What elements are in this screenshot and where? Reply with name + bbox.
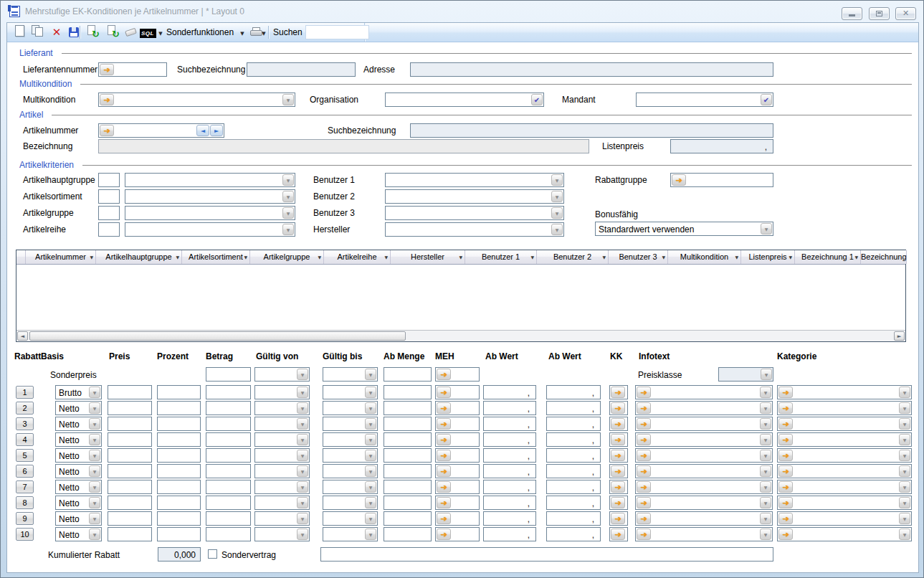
ab-wert-input[interactable]: , [483,511,536,526]
basis-select[interactable]: Netto▼ [55,464,102,478]
kriterium-combo[interactable]: ▼ [385,222,564,237]
kriterium-combo[interactable]: ▼ [125,222,295,237]
previous-record-button[interactable]: ◄ [196,125,209,136]
betrag-input[interactable] [206,432,251,447]
betrag-input[interactable] [206,527,251,541]
ab-menge-input[interactable] [384,417,432,431]
gueltig-von-combo[interactable]: ▼ [254,511,310,526]
kategorie-combo[interactable]: ➔▼ [777,511,912,526]
gueltig-bis-combo[interactable]: ▼ [323,496,378,510]
chevron-down-icon[interactable]: ▼ [551,174,563,186]
betrag-input[interactable] [206,417,251,431]
ab-menge-input[interactable] [384,480,432,494]
kriterium-combo[interactable]: ▼ [125,206,295,220]
ab-wert-input[interactable]: , [546,480,601,494]
kriterium-combo[interactable]: ▼ [125,189,295,204]
kk-button[interactable]: ➔ [609,417,628,431]
print-dropdown[interactable]: ▼ [259,25,268,40]
chevron-down-icon[interactable]: ▼ [297,434,308,445]
lookup-arrow-icon[interactable]: ➔ [611,387,625,398]
grid-column-header[interactable]: Benutzer 3▼ [609,250,668,264]
check-icon[interactable]: ✔ [761,94,772,105]
ab-menge-input[interactable] [384,511,432,526]
row-number-button[interactable]: 1 [16,386,34,399]
chevron-down-icon[interactable]: ▼ [899,481,910,493]
chevron-down-icon[interactable]: ▼ [297,513,308,524]
close-button[interactable]: ✕ [895,7,916,20]
kategorie-combo[interactable]: ➔▼ [777,464,912,478]
kk-button[interactable]: ➔ [609,511,628,526]
lookup-arrow-icon[interactable]: ➔ [778,402,793,414]
refresh-all-button[interactable]: ↻ [104,25,121,40]
chevron-down-icon[interactable]: ▼ [760,497,771,508]
chevron-down-icon[interactable]: ▼ [602,250,606,264]
kategorie-combo[interactable]: ➔▼ [777,432,912,447]
ab-menge-input[interactable] [384,385,432,399]
footer-text-input[interactable] [320,547,773,562]
chevron-down-icon[interactable]: ▼ [789,250,792,264]
chevron-down-icon[interactable]: ▼ [365,497,376,508]
sondervertrag-checkbox[interactable] [208,549,217,559]
lookup-arrow-icon[interactable]: ➔ [637,434,651,445]
chevron-down-icon[interactable]: ▼ [365,529,376,540]
row-number-button[interactable]: 10 [16,528,34,541]
prozent-input[interactable] [157,511,201,526]
lookup-arrow-icon[interactable]: ➔ [611,450,625,461]
lookup-arrow-icon[interactable]: ➔ [437,402,451,414]
chevron-down-icon[interactable]: ▼ [297,369,308,380]
kk-button[interactable]: ➔ [609,464,628,478]
grid-column-header[interactable]: Benutzer 2▼ [537,250,609,264]
row-number-button[interactable]: 6 [16,465,34,478]
row-number-button[interactable]: 9 [16,512,34,525]
grid-column-header[interactable]: Bezeichnung [861,250,907,264]
lookup-arrow-icon[interactable]: ➔ [778,434,793,445]
kategorie-combo[interactable]: ➔▼ [777,401,912,415]
row-number-button[interactable]: 7 [16,480,34,493]
check-icon[interactable]: ✔ [531,94,543,105]
lookup-arrow-icon[interactable]: ➔ [611,418,625,430]
chevron-down-icon[interactable]: ▼ [365,369,376,380]
chevron-down-icon[interactable]: ▼ [89,465,100,477]
ab-menge-input[interactable] [384,496,432,510]
gueltig-bis-combo[interactable]: ▼ [323,448,378,463]
lookup-arrow-icon[interactable]: ➔ [778,481,793,493]
basis-select[interactable]: Netto▼ [55,527,102,541]
kriterium-code-input[interactable] [98,173,120,187]
basis-select[interactable]: Netto▼ [55,401,102,415]
gueltig-von-combo[interactable]: ▼ [254,385,310,399]
minimize-button[interactable] [842,7,862,20]
prozent-input[interactable] [157,496,201,510]
gueltig-bis-combo[interactable]: ▼ [323,401,378,415]
kategorie-combo[interactable]: ➔▼ [777,385,912,399]
meh-field[interactable]: ➔ [435,480,480,494]
scroll-right-button[interactable]: ► [894,331,905,341]
chevron-down-icon[interactable]: ▼ [899,434,910,445]
refresh-button[interactable]: ↻ [84,25,101,40]
mandant-field[interactable]: ✔ [636,93,773,107]
chevron-down-icon[interactable]: ▼ [551,191,563,202]
lookup-arrow-icon[interactable]: ➔ [437,434,451,445]
chevron-down-icon[interactable]: ▼ [899,402,910,414]
chevron-down-icon[interactable]: ▼ [365,387,376,398]
lookup-arrow-icon[interactable]: ➔ [637,465,651,477]
chevron-down-icon[interactable]: ▼ [899,418,910,430]
prozent-input[interactable] [157,527,201,541]
gueltig-von-combo[interactable]: ▼ [254,464,310,478]
kategorie-combo[interactable]: ➔▼ [777,480,912,494]
lookup-arrow-icon[interactable]: ➔ [637,481,651,493]
ab-wert-input[interactable]: , [546,496,601,510]
ab-wert-input[interactable]: , [546,527,601,541]
lookup-arrow-icon[interactable]: ➔ [778,497,793,508]
kriterium-combo[interactable]: ▼ [125,173,295,187]
chevron-down-icon[interactable]: ▼ [365,434,376,445]
chevron-down-icon[interactable]: ▼ [90,250,93,264]
prozent-input[interactable] [157,464,201,478]
row-number-button[interactable]: 4 [16,433,34,446]
kriterium-code-input[interactable] [98,206,120,220]
gueltig-von-combo[interactable]: ▼ [254,417,310,431]
basis-select[interactable]: Brutto▼ [55,385,102,399]
chevron-down-icon[interactable]: ▼ [365,418,376,430]
meh-field[interactable]: ➔ [435,511,480,526]
ab-wert-input[interactable]: , [483,448,536,463]
kk-button[interactable]: ➔ [609,496,628,510]
